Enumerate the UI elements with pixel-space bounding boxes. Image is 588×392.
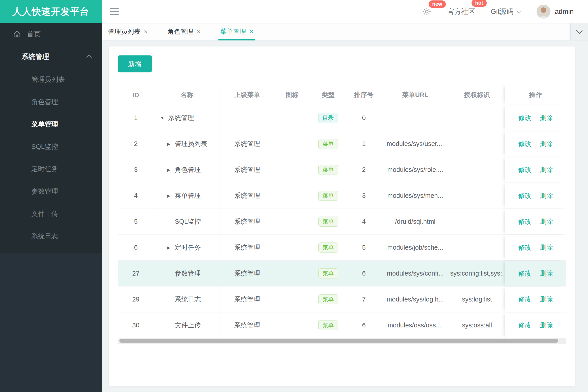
cell-actions: 修改 删除: [505, 312, 566, 338]
cell-actions: 修改 删除: [505, 260, 566, 286]
sidebar-item-角色管理[interactable]: 角色管理: [0, 91, 102, 113]
tab-label: 菜单管理: [220, 27, 246, 36]
cell-id: 29: [118, 286, 154, 312]
cell-permission: sys:log:list: [449, 286, 505, 312]
cell-parent-menu: 系统管理: [220, 131, 274, 157]
type-badge: 菜单: [318, 242, 338, 252]
username-label: admin: [555, 8, 574, 16]
edit-link[interactable]: 修改: [518, 269, 531, 278]
community-label: 官方社区: [447, 7, 475, 16]
tab-bar: 管理员列表 × 角色管理 × 菜单管理 ×: [102, 23, 588, 40]
tab-close-icon[interactable]: ×: [197, 28, 200, 35]
cell-order: 3: [346, 183, 382, 208]
community-link[interactable]: 官方社区 hot: [447, 7, 475, 16]
cell-menu-url: modules/sys/role....: [382, 157, 449, 182]
cell-name: ▶ 菜单管理: [154, 183, 220, 208]
sidebar-item-定时任务[interactable]: 定时任务: [0, 158, 102, 180]
sidebar-item-SQL监控[interactable]: SQL监控: [0, 136, 102, 158]
add-button[interactable]: 新增: [118, 56, 152, 72]
cell-actions: 修改 删除: [505, 131, 566, 157]
delete-link[interactable]: 删除: [540, 243, 553, 252]
settings-button[interactable]: new: [422, 7, 432, 16]
new-badge: new: [429, 0, 446, 8]
cell-id: 2: [118, 131, 154, 157]
cell-name: 文件上传: [154, 312, 220, 338]
cell-actions: 修改 删除: [505, 157, 566, 182]
tab-label: 角色管理: [167, 27, 193, 36]
cell-type: 菜单: [310, 260, 346, 286]
cell-icon: [274, 183, 310, 208]
cell-permission: [449, 235, 505, 260]
delete-link[interactable]: 删除: [540, 295, 553, 304]
sidebar-group-system[interactable]: 系统管理: [0, 45, 102, 68]
delete-link[interactable]: 删除: [540, 269, 553, 278]
type-badge: 菜单: [318, 191, 338, 201]
cell-order: 7: [346, 286, 382, 312]
sidebar-item-文件上传[interactable]: 文件上传: [0, 202, 102, 225]
tree-toggle-icon[interactable]: ▼: [160, 115, 168, 120]
type-badge: 菜单: [318, 268, 338, 278]
cell-actions: 修改 删除: [505, 209, 566, 234]
edit-link[interactable]: 修改: [518, 166, 531, 174]
cell-permission: [449, 209, 505, 234]
edit-link[interactable]: 修改: [518, 140, 531, 148]
type-badge: 菜单: [318, 216, 338, 226]
cell-parent-menu: 系统管理: [220, 209, 274, 234]
tab[interactable]: 管理员列表 ×: [108, 23, 148, 40]
column-header-操作: 操作: [505, 85, 566, 105]
delete-link[interactable]: 删除: [540, 114, 553, 122]
cell-icon: [274, 312, 310, 338]
cell-name: SQL监控: [154, 209, 220, 234]
edit-link[interactable]: 修改: [518, 295, 531, 304]
tree-toggle-icon[interactable]: ▶: [167, 167, 175, 172]
cell-order: 6: [346, 312, 382, 338]
sidebar-item-参数管理[interactable]: 参数管理: [0, 180, 102, 202]
hamburger-menu-icon[interactable]: [110, 8, 119, 17]
delete-link[interactable]: 删除: [540, 140, 553, 148]
edit-link[interactable]: 修改: [518, 217, 531, 226]
cell-parent-menu: 系统管理: [220, 235, 274, 260]
table-row: 29 系统日志 系统管理 菜单 7 modules/sys/log.h... s…: [118, 286, 566, 312]
horizontal-scrollbar-thumb[interactable]: [119, 339, 558, 342]
type-badge: 目录: [318, 113, 338, 123]
cell-actions: 修改 删除: [505, 286, 566, 312]
edit-link[interactable]: 修改: [518, 191, 531, 200]
tree-toggle-icon[interactable]: ▶: [167, 245, 175, 250]
tab-label: 管理员列表: [108, 27, 140, 36]
tab-close-icon[interactable]: ×: [250, 28, 253, 35]
cell-icon: [274, 131, 310, 157]
tree-toggle-icon[interactable]: ▶: [167, 193, 175, 198]
cell-order: 1: [346, 131, 382, 157]
sidebar-item-管理员列表[interactable]: 管理员列表: [0, 68, 102, 91]
edit-link[interactable]: 修改: [518, 243, 531, 252]
git-source-dropdown[interactable]: Git源码: [491, 7, 521, 16]
cell-menu-url: modules/sys/log.h...: [382, 286, 449, 312]
cell-id: 27: [118, 260, 154, 286]
sidebar-item-菜单管理[interactable]: 菜单管理: [0, 113, 102, 136]
cell-icon: [274, 209, 310, 234]
cell-type: 菜单: [310, 286, 346, 312]
main-content: 新增 ID名称上级菜单图标类型排序号菜单URL授权标识操作 1 ▼ 系统管理 目…: [102, 40, 588, 392]
tree-toggle-icon[interactable]: ▶: [167, 141, 175, 146]
cell-menu-url: modules/sys/men...: [382, 183, 449, 208]
sidebar-item-home[interactable]: 首页: [0, 23, 102, 45]
cell-type: 菜单: [310, 312, 346, 338]
cell-menu-url: modules/sys/user....: [382, 131, 449, 157]
cell-actions: 修改 删除: [505, 235, 566, 260]
edit-link[interactable]: 修改: [518, 114, 531, 122]
delete-link[interactable]: 删除: [540, 166, 553, 174]
edit-link[interactable]: 修改: [518, 321, 531, 330]
menu-management-card: 新增 ID名称上级菜单图标类型排序号菜单URL授权标识操作 1 ▼ 系统管理 目…: [109, 46, 575, 386]
sidebar-item-系统日志[interactable]: 系统日志: [0, 225, 102, 247]
user-menu[interactable]: admin: [536, 5, 574, 18]
delete-link[interactable]: 删除: [540, 217, 553, 226]
tab-close-icon[interactable]: ×: [144, 28, 148, 35]
tab[interactable]: 角色管理 ×: [167, 23, 200, 40]
type-badge: 菜单: [318, 139, 338, 149]
delete-link[interactable]: 删除: [540, 191, 553, 200]
tab[interactable]: 菜单管理 ×: [220, 23, 253, 40]
tabs-dropdown-button[interactable]: [570, 23, 588, 40]
delete-link[interactable]: 删除: [540, 321, 553, 330]
table-row: 4 ▶ 菜单管理 系统管理 菜单 3 modules/sys/men... 修改…: [118, 183, 566, 209]
chevron-down-icon: [576, 28, 583, 34]
